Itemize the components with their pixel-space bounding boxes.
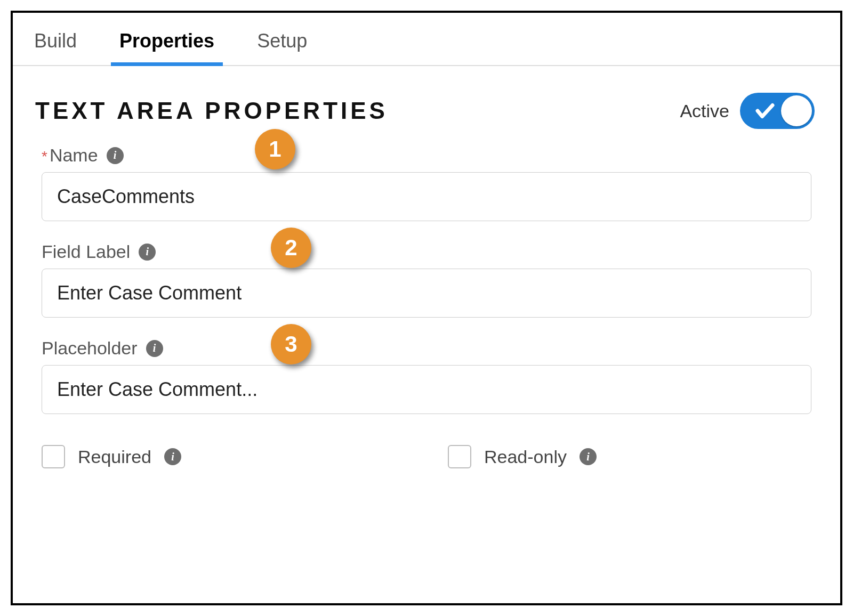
active-toggle-wrap: Active [680,93,815,129]
callout-3: 3 [271,324,311,364]
callout-2: 2 [271,228,311,268]
tab-setup[interactable]: Setup [252,13,312,65]
info-icon[interactable]: i [580,448,597,465]
placeholder-input[interactable] [42,365,811,414]
active-toggle-label: Active [680,101,729,121]
required-checkbox-item: Required i [42,445,405,468]
tab-bar: Build Properties Setup [13,13,840,66]
required-star: * [42,148,47,165]
header-row: TEXT AREA PROPERTIES Active [13,66,840,145]
required-checkbox-label: Required [78,447,151,467]
info-icon[interactable]: i [107,147,124,164]
field-label-group: 2 Field Label i [42,241,811,318]
properties-panel: Build Properties Setup TEXT AREA PROPERT… [11,11,842,605]
tab-properties[interactable]: Properties [114,13,220,65]
info-icon[interactable]: i [139,244,156,261]
tab-build[interactable]: Build [29,13,82,65]
placeholder-label: Placeholder [42,338,138,359]
readonly-checkbox-item: Read-only i [448,445,811,468]
required-checkbox[interactable] [42,445,65,468]
name-input[interactable] [42,172,811,221]
check-icon [754,100,776,122]
toggle-knob [781,95,812,126]
form: 1 *Name i 2 Field Label i 3 Placeholder … [13,145,840,414]
active-toggle[interactable] [740,93,815,129]
info-icon[interactable]: i [164,448,181,465]
page-title: TEXT AREA PROPERTIES [35,98,388,124]
info-icon[interactable]: i [146,340,163,357]
placeholder-field-group: 3 Placeholder i [42,338,811,414]
name-label: *Name [42,145,98,166]
readonly-checkbox-label: Read-only [484,447,567,467]
name-field-group: 1 *Name i [42,145,811,221]
checkbox-row: Required i Read-only i [13,434,840,468]
field-label-input[interactable] [42,269,811,318]
callout-1: 1 [255,129,295,169]
field-label-label: Field Label [42,241,130,262]
readonly-checkbox[interactable] [448,445,471,468]
